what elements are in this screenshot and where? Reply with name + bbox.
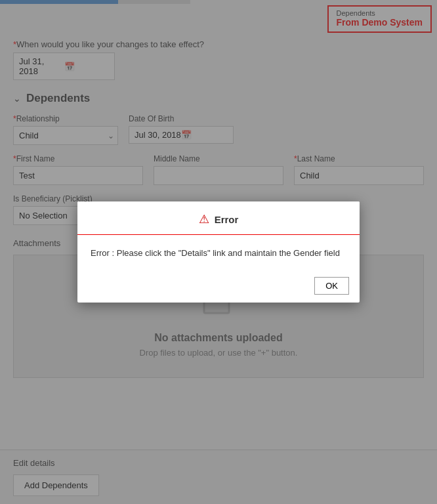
modal-overlay: ⚠ Error Error : Please click the "Detail… bbox=[0, 0, 437, 504]
error-modal-body: Error : Please click the "Details" link … bbox=[77, 235, 360, 272]
error-modal: ⚠ Error Error : Please click the "Detail… bbox=[77, 201, 360, 303]
error-title: Error bbox=[215, 214, 239, 225]
page-wrapper: Dependents From Demo System *When would … bbox=[0, 0, 437, 504]
error-modal-header: ⚠ Error bbox=[77, 201, 360, 235]
error-modal-footer: OK bbox=[77, 272, 360, 303]
error-message: Error : Please click the "Details" link … bbox=[91, 247, 346, 260]
error-circle-icon: ⚠ bbox=[199, 212, 209, 226]
ok-button[interactable]: OK bbox=[314, 277, 349, 295]
